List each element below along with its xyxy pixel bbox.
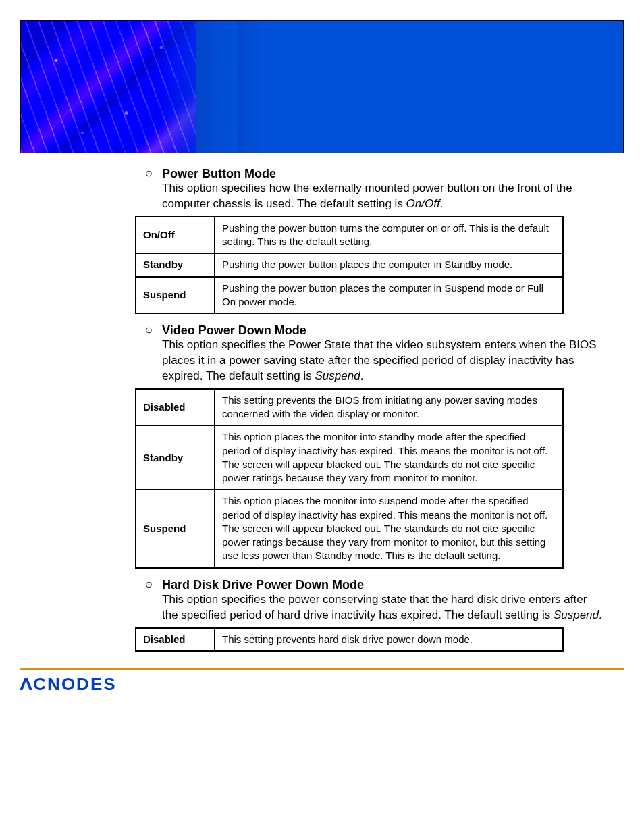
section-body-post: . (360, 369, 364, 382)
option-desc: This setting prevents the BIOS from init… (215, 389, 563, 426)
table-row: Disabled This setting prevents the BIOS … (136, 389, 563, 426)
bullet-icon: ⊙ (135, 578, 162, 590)
section-body: This option specifies the power conservi… (162, 592, 603, 623)
options-table-video: Disabled This setting prevents the BIOS … (135, 388, 564, 569)
option-desc: Pushing the power button places the comp… (215, 277, 563, 314)
brand-logo: ΛCNODES (20, 674, 644, 695)
section-body: This option specifies the Power State th… (162, 338, 603, 384)
option-desc: This option places the monitor into stan… (215, 425, 563, 490)
section-body-em: Suspend (554, 608, 599, 621)
section-title: Power Button Mode (162, 167, 276, 181)
section-body-em: Suspend (315, 369, 360, 382)
bullet-icon: ⊙ (135, 167, 162, 178)
section-body: This option specifies how the externally… (162, 181, 603, 212)
footer-divider (20, 668, 624, 670)
option-desc: Pushing the power button turns the compu… (215, 217, 563, 254)
table-row: Suspend This option places the monitor i… (136, 490, 563, 567)
option-label: Suspend (136, 490, 215, 567)
brand-text: CNODES (33, 674, 116, 694)
section-body-post: . (599, 608, 602, 621)
banner-fade (156, 21, 237, 153)
option-desc: This option places the monitor into susp… (215, 490, 563, 567)
section-body-text: This option specifies the power conservi… (162, 593, 587, 621)
brand-caret-icon: Λ (20, 674, 34, 695)
header-banner (20, 20, 624, 153)
section-body-em: On/Off (406, 197, 440, 210)
table-row: Standby Pushing the power button places … (136, 253, 563, 276)
option-label: On/Off (136, 217, 215, 254)
table-row: Suspend Pushing the power button places … (136, 277, 563, 314)
options-table-power-button: On/Off Pushing the power button turns th… (135, 216, 564, 314)
option-label: Disabled (136, 628, 215, 651)
option-label: Suspend (136, 277, 215, 314)
option-desc: This setting prevents hard disk drive po… (215, 628, 563, 651)
option-label: Standby (136, 425, 215, 490)
section-hdd-power-down: ⊙ Hard Disk Drive Power Down Mode This o… (135, 578, 603, 623)
bullet-icon: ⊙ (135, 323, 162, 335)
table-row: Disabled This setting prevents hard disk… (136, 628, 563, 651)
page: ⊙ Power Button Mode This option specifie… (0, 20, 644, 722)
content: ⊙ Power Button Mode This option specifie… (135, 167, 603, 652)
option-desc: Pushing the power button places the comp… (215, 253, 563, 276)
section-body-text: This option specifies the Power State th… (162, 338, 597, 382)
section-body-post: . (440, 197, 444, 210)
option-label: Disabled (136, 389, 215, 426)
section-title: Video Power Down Mode (162, 323, 306, 338)
section-power-button-mode: ⊙ Power Button Mode This option specifie… (135, 167, 603, 212)
section-video-power-down: ⊙ Video Power Down Mode This option spec… (135, 323, 603, 384)
table-row: On/Off Pushing the power button turns th… (136, 217, 563, 254)
section-body-text: This option specifies how the externally… (162, 182, 572, 210)
section-title: Hard Disk Drive Power Down Mode (162, 578, 364, 592)
table-row: Standby This option places the monitor i… (136, 425, 563, 490)
option-label: Standby (136, 253, 215, 276)
options-table-hdd: Disabled This setting prevents hard disk… (135, 627, 564, 652)
